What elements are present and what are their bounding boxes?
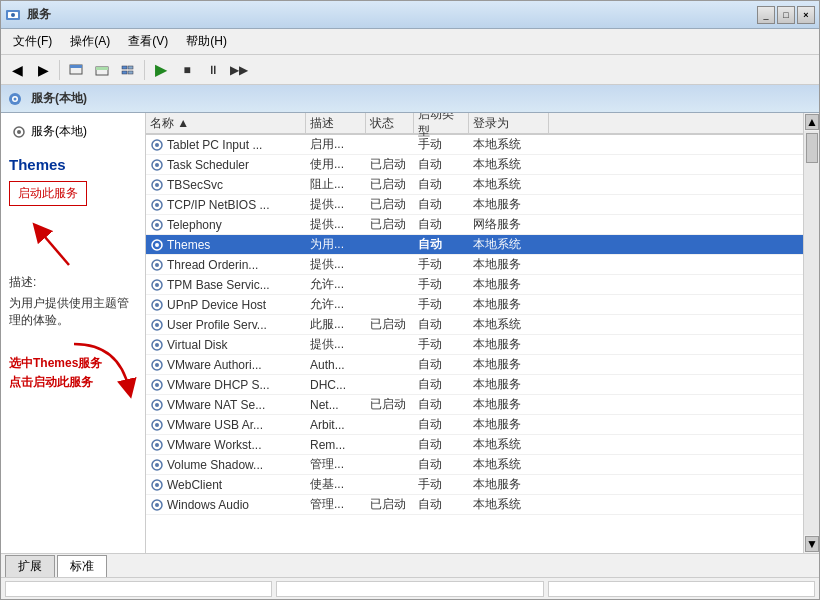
start-service-button[interactable]: 启动此服务 [9,181,87,206]
service-login-cell: 本地服务 [469,375,549,394]
table-row[interactable]: TCP/IP NetBIOS ...提供...已启动自动本地服务 [146,195,803,215]
table-row[interactable]: VMware Authori...Auth...自动本地服务 [146,355,803,375]
service-desc-cell: DHC... [306,377,366,393]
svg-point-19 [155,143,159,147]
table-row[interactable]: User Profile Serv...此服...已启动自动本地系统 [146,315,803,335]
service-login-cell: 本地服务 [469,395,549,414]
stop-button[interactable]: ■ [175,58,199,82]
col-header-startup[interactable]: 启动类型 [414,113,469,133]
table-row[interactable]: TPM Base Servic...允许...手动本地服务 [146,275,803,295]
tree-item-services[interactable]: 服务(本地) [9,121,137,142]
svg-point-31 [155,263,159,267]
svg-rect-7 [122,66,127,69]
service-desc-cell: 使用... [306,155,366,174]
table-row[interactable]: VMware USB Ar...Arbit...自动本地服务 [146,415,803,435]
service-gear-icon [150,138,164,152]
service-status-cell [366,424,414,426]
scroll-thumb[interactable] [806,133,818,163]
service-name-text: UPnP Device Host [167,298,266,312]
table-row[interactable]: Task Scheduler使用...已启动自动本地系统 [146,155,803,175]
service-name-cell: VMware DHCP S... [146,377,306,393]
service-name-text: VMware Workst... [167,438,261,452]
col-header-desc[interactable]: 描述 [306,113,366,133]
svg-point-2 [11,13,15,17]
table-row[interactable]: Telephony提供...已启动自动网络服务 [146,215,803,235]
pause-button[interactable]: ⏸ [201,58,225,82]
scrollbar[interactable]: ▲ ▼ [803,113,819,553]
table-row[interactable]: Windows Audio管理...已启动自动本地系统 [146,495,803,515]
forward-button[interactable]: ▶ [31,58,55,82]
service-name-cell: Volume Shadow... [146,457,306,473]
restart-button[interactable]: ▶▶ [227,58,251,82]
svg-point-15 [17,130,21,134]
table-row[interactable]: WebClient使基...手动本地服务 [146,475,803,495]
table-row[interactable]: VMware Workst...Rem...自动本地系统 [146,435,803,455]
col-header-status[interactable]: 状态 [366,113,414,133]
menu-help[interactable]: 帮助(H) [178,31,235,52]
service-startup-cell: 自动 [414,235,469,254]
tab-expand[interactable]: 扩展 [5,555,55,577]
tab-standard[interactable]: 标准 [57,555,107,578]
minimize-button[interactable]: _ [757,6,775,24]
tree-gear-icon [11,124,27,140]
play-button[interactable]: ▶ [149,58,173,82]
col-header-name[interactable]: 名称 ▲ [146,113,306,133]
table-row[interactable]: Themes为用...自动本地系统 [146,235,803,255]
table-row[interactable]: VMware DHCP S...DHC...自动本地服务 [146,375,803,395]
service-desc-cell: 此服... [306,315,366,334]
service-name-cell: WebClient [146,477,306,493]
table-row[interactable]: VMware NAT Se...Net...已启动自动本地服务 [146,395,803,415]
service-name-text: VMware NAT Se... [167,398,265,412]
description-label: 描述: [9,274,137,291]
service-login-cell: 本地服务 [469,475,549,494]
description-text: 为用户提供使用主题管理的体验。 [9,295,137,329]
service-name-display: Themes [9,156,137,173]
close-button[interactable]: × [797,6,815,24]
table-row[interactable]: Volume Shadow...管理...自动本地系统 [146,455,803,475]
svg-point-37 [155,323,159,327]
scroll-track[interactable] [804,131,819,535]
table-row[interactable]: UPnP Device Host允许...手动本地服务 [146,295,803,315]
window-controls: _ □ × [757,6,815,24]
service-gear-icon [150,338,164,352]
service-desc-cell: Rem... [306,437,366,453]
service-startup-cell: 自动 [414,375,469,394]
service-list-body[interactable]: Tablet PC Input ...启用...手动本地系统Task Sched… [146,135,803,553]
list-header: 名称 ▲ 描述 状态 启动类型 登录为 [146,113,803,135]
service-startup-cell: 自动 [414,415,469,434]
service-login-cell: 本地系统 [469,155,549,174]
service-startup-cell: 自动 [414,355,469,374]
service-name-cell: VMware Authori... [146,357,306,373]
list-button[interactable] [116,58,140,82]
service-startup-cell: 自动 [414,495,469,514]
col-header-login[interactable]: 登录为 [469,113,549,133]
service-gear-icon [150,238,164,252]
table-row[interactable]: TBSecSvc阻止...已启动自动本地系统 [146,175,803,195]
show-button[interactable] [90,58,114,82]
svg-point-55 [155,503,159,507]
service-status-cell [366,444,414,446]
scroll-up-button[interactable]: ▲ [805,114,819,130]
service-gear-icon [150,258,164,272]
svg-point-51 [155,463,159,467]
service-login-cell: 本地系统 [469,455,549,474]
table-row[interactable]: Tablet PC Input ...启用...手动本地系统 [146,135,803,155]
service-login-cell: 本地服务 [469,275,549,294]
back-button[interactable]: ◀ [5,58,29,82]
menu-action[interactable]: 操作(A) [62,31,118,52]
svg-point-21 [155,163,159,167]
up-button[interactable] [64,58,88,82]
table-row[interactable]: Thread Orderin...提供...手动本地服务 [146,255,803,275]
menu-view[interactable]: 查看(V) [120,31,176,52]
service-name-cell: Task Scheduler [146,157,306,173]
scroll-down-button[interactable]: ▼ [805,536,819,552]
svg-point-29 [155,243,159,247]
toolbar-separator-2 [144,60,145,80]
address-text: 服务(本地) [31,90,87,107]
menu-file[interactable]: 文件(F) [5,31,60,52]
service-startup-cell: 手动 [414,275,469,294]
service-status-cell [366,244,414,246]
table-row[interactable]: Virtual Disk提供...手动本地服务 [146,335,803,355]
maximize-button[interactable]: □ [777,6,795,24]
tree-item-label: 服务(本地) [31,123,87,140]
